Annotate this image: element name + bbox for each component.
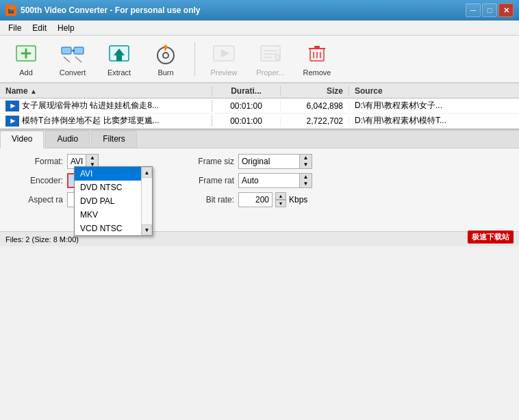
bitrate-row: Bit rate: ▲ ▼ Kbps	[186, 192, 511, 207]
extract-icon	[107, 42, 131, 66]
svg-line-6	[75, 57, 81, 62]
dropdown-scroll-track	[142, 178, 152, 224]
dropdown-scroll-up-button[interactable]: ▲	[142, 167, 152, 178]
app-icon: 🎬	[5, 5, 16, 16]
file-thumb-icon	[5, 116, 19, 127]
bitrate-input[interactable]	[238, 192, 273, 207]
add-button[interactable]: Add	[5, 38, 47, 79]
file-name-text: 模特T台摔倒坐地不起 比窦梦瑶更尴...	[22, 115, 160, 127]
preview-button: Preview	[203, 38, 244, 79]
file-duration-cell: 00:01:00	[212, 101, 281, 111]
svg-point-10	[163, 53, 168, 58]
convert-label: Convert	[60, 68, 86, 77]
close-button[interactable]: ✕	[498, 3, 514, 17]
encoder-label: Encoder:	[8, 176, 63, 185]
format-label: Format:	[8, 157, 63, 166]
file-list: Name ▲ Durati... Size Source 女子展现缩骨神功 钻进…	[0, 83, 519, 130]
scroll-up-icon[interactable]: ▲	[90, 155, 95, 161]
menu-bar: File Edit Help	[0, 21, 519, 36]
preview-label: Preview	[210, 68, 237, 77]
watermark: 极速下载站	[468, 231, 514, 244]
dropdown-scroll-container: AVI DVD NTSC DVD PAL MKV VCD NTSC ▲ ▼	[75, 167, 152, 235]
scroll-up-icon[interactable]: ▲	[303, 155, 309, 161]
title-bar: 🎬 500th Video Converter - For personal u…	[0, 0, 519, 21]
aspect-ratio-label: Aspect ra	[8, 195, 63, 205]
preview-icon	[212, 42, 236, 66]
col-header-name: Name ▲	[0, 86, 212, 96]
menu-help[interactable]: Help	[52, 22, 80, 34]
svg-rect-22	[314, 46, 320, 49]
scroll-down-icon[interactable]: ▼	[303, 181, 309, 187]
remove-icon	[305, 42, 329, 66]
frame-rate-label: Frame rat	[186, 176, 234, 185]
file-duration-cell: 00:01:00	[212, 116, 281, 126]
properties-label: Proper...	[256, 68, 285, 77]
file-size-cell: 2,722,702	[281, 116, 349, 126]
convert-button[interactable]: Convert	[52, 38, 93, 79]
toolbar: Add Convert Extract	[0, 36, 519, 83]
dropdown-item-dvd-ntsc[interactable]: DVD NTSC	[75, 181, 141, 194]
toolbar-separator	[194, 42, 195, 76]
bitrate-unit: Kbps	[289, 195, 307, 205]
frame-size-select-value[interactable]: Original	[238, 154, 300, 169]
convert-icon	[60, 42, 85, 66]
bitrate-control: ▲ ▼ Kbps	[238, 192, 307, 207]
file-source-cell: D:\有用\教程素材\女子...	[349, 100, 519, 111]
dropdown-item-mkv[interactable]: MKV	[75, 208, 141, 222]
file-name-text: 女子展现缩骨神功 钻进娃娃机偷走8...	[22, 100, 159, 111]
extract-button[interactable]: Extract	[99, 38, 140, 79]
dropdown-item-vcd-ntsc[interactable]: VCD NTSC	[75, 222, 141, 235]
title-bar-buttons: ─ □ ✕	[466, 3, 514, 17]
svg-line-5	[64, 57, 70, 62]
frame-size-select-scroll[interactable]: ▲ ▼	[300, 154, 312, 169]
properties-button: Proper...	[250, 38, 291, 79]
settings-right: Frame siz Original ▲ ▼ Frame rat Auto ▲ …	[186, 154, 511, 207]
dropdown-item-avi[interactable]: AVI	[75, 167, 141, 181]
burn-icon	[153, 42, 178, 66]
minimize-button[interactable]: ─	[466, 3, 481, 17]
add-label: Add	[19, 68, 33, 77]
frame-size-label: Frame siz	[186, 157, 234, 166]
bitrate-label: Bit rate:	[186, 195, 234, 205]
menu-edit[interactable]: Edit	[27, 22, 52, 34]
scroll-up-icon[interactable]: ▲	[303, 174, 309, 180]
frame-rate-select-scroll[interactable]: ▲ ▼	[300, 173, 312, 188]
add-icon	[14, 42, 38, 66]
remove-label: Remove	[303, 68, 331, 77]
frame-rate-row: Frame rat Auto ▲ ▼	[186, 173, 511, 188]
file-thumb-icon	[5, 101, 19, 111]
dropdown-item-dvd-pal[interactable]: DVD PAL	[75, 194, 141, 208]
dropdown-scrollbar: ▲ ▼	[141, 167, 152, 235]
burn-button[interactable]: Burn	[145, 38, 186, 79]
file-name-cell: 女子展现缩骨神功 钻进娃娃机偷走8...	[0, 100, 212, 111]
remove-button[interactable]: Remove	[296, 38, 338, 79]
table-row[interactable]: 女子展现缩骨神功 钻进娃娃机偷走8... 00:01:00 6,042,898 …	[0, 99, 519, 114]
col-header-source: Source	[349, 86, 519, 96]
title-bar-left: 🎬 500th Video Converter - For personal u…	[5, 5, 201, 16]
maximize-button[interactable]: □	[482, 3, 497, 17]
col-header-size: Size	[281, 86, 349, 96]
status-text: Files: 2 (Size: 8 M:00)	[5, 235, 79, 244]
dropdown-list: AVI DVD NTSC DVD PAL MKV VCD NTSC	[75, 167, 141, 235]
extract-label: Extract	[107, 68, 131, 77]
dropdown-scroll-down-button[interactable]: ▼	[142, 224, 152, 235]
tab-video[interactable]: Video	[0, 131, 44, 148]
bitrate-decrement-button[interactable]: ▼	[275, 200, 286, 207]
file-size-cell: 6,042,898	[281, 101, 349, 111]
tab-bar: Video Audio Filters	[0, 131, 519, 148]
bottom-panel: Video Audio Filters Format: AVI ▲ ▼ Enco…	[0, 130, 519, 246]
table-row[interactable]: 模特T台摔倒坐地不起 比窦梦瑶更尴... 00:01:00 2,722,702 …	[0, 114, 519, 129]
properties-icon	[258, 42, 283, 66]
tab-filters[interactable]: Filters	[91, 131, 137, 148]
format-dropdown[interactable]: AVI DVD NTSC DVD PAL MKV VCD NTSC ▲ ▼	[74, 166, 153, 236]
bitrate-stepper: ▲ ▼	[275, 192, 286, 207]
title-bar-text: 500th Video Converter - For personal use…	[21, 5, 201, 15]
frame-rate-select-value[interactable]: Auto	[238, 173, 300, 188]
menu-file[interactable]: File	[3, 22, 27, 34]
svg-rect-4	[74, 47, 84, 54]
col-header-duration: Durati...	[212, 86, 281, 96]
bitrate-increment-button[interactable]: ▲	[275, 192, 286, 200]
file-list-header: Name ▲ Durati... Size Source	[0, 83, 519, 99]
tab-audio[interactable]: Audio	[45, 131, 90, 148]
scroll-down-icon[interactable]: ▼	[303, 162, 309, 168]
